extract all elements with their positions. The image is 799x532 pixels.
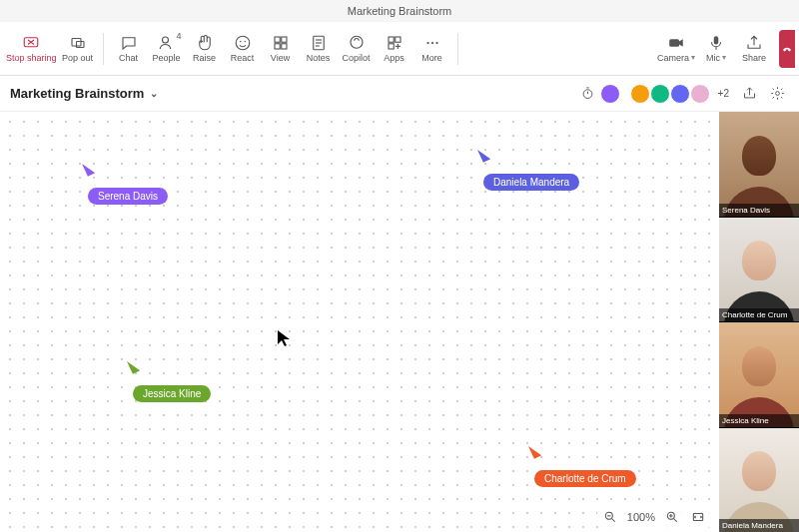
- svg-point-24: [435, 41, 437, 43]
- remote-cursor: Serena Davis: [82, 164, 168, 205]
- svg-point-30: [775, 92, 779, 96]
- zoom-out-button[interactable]: [601, 508, 619, 526]
- main-area: Serena Davis Daniela Mandera Jessica Kli…: [0, 112, 799, 532]
- svg-rect-19: [389, 43, 394, 48]
- pop-out-icon: [69, 34, 87, 52]
- mic-button[interactable]: Mic▾: [697, 26, 735, 72]
- zoom-level: 100%: [627, 511, 655, 523]
- copilot-icon: [348, 34, 366, 52]
- zoom-in-button[interactable]: [663, 508, 681, 526]
- presence-avatar[interactable]: [600, 84, 620, 104]
- whiteboard-canvas[interactable]: Serena Davis Daniela Mandera Jessica Kli…: [0, 112, 719, 532]
- remote-cursor: Daniela Mandera: [477, 150, 579, 191]
- stop-sharing-button[interactable]: Stop sharing: [4, 26, 59, 72]
- participant-video-tile[interactable]: Jessica Kline: [719, 322, 799, 427]
- cursor-arrow-icon: [477, 147, 490, 163]
- svg-point-5: [162, 37, 168, 43]
- chat-button[interactable]: Chat: [110, 26, 148, 72]
- more-icon: [423, 34, 441, 52]
- participant-name: Serena Davis: [719, 204, 799, 217]
- svg-line-35: [674, 519, 677, 522]
- share-label: Share: [742, 54, 766, 64]
- chevron-down-icon: ▾: [722, 53, 726, 62]
- timer-button[interactable]: [576, 82, 600, 106]
- svg-line-32: [612, 519, 615, 522]
- svg-point-7: [240, 40, 242, 42]
- presence-avatar[interactable]: [630, 84, 650, 104]
- react-button[interactable]: React: [224, 26, 262, 72]
- pop-out-label: Pop out: [62, 54, 93, 64]
- camera-icon: [667, 34, 685, 52]
- presence-avatar[interactable]: [650, 84, 670, 104]
- participant-name: Charlotte de Crum: [719, 308, 799, 321]
- participant-name: Daniela Mandera: [719, 519, 799, 532]
- raise-hand-label: Raise: [193, 54, 216, 64]
- raise-hand-button[interactable]: Raise: [186, 26, 224, 72]
- svg-point-6: [236, 36, 250, 50]
- cursor-label: Daniela Mandera: [483, 174, 579, 191]
- svg-point-8: [244, 40, 246, 42]
- raise-hand-icon: [196, 34, 214, 52]
- view-button[interactable]: View: [262, 26, 300, 72]
- participant-video-tile[interactable]: Serena Davis: [719, 112, 799, 217]
- copilot-button[interactable]: Copilot: [338, 26, 376, 72]
- people-count: 4: [177, 32, 182, 42]
- svg-rect-26: [714, 36, 719, 44]
- presence-avatar[interactable]: [690, 84, 710, 104]
- presence-avatar[interactable]: [670, 84, 690, 104]
- chat-icon: [120, 34, 138, 52]
- view-label: View: [271, 54, 290, 64]
- participant-video-tile[interactable]: Daniela Mandera: [719, 428, 799, 533]
- window-title: Marketing Brainstorm: [348, 5, 452, 17]
- zoom-controls: 100%: [597, 506, 711, 528]
- pop-out-button[interactable]: Pop out: [59, 26, 97, 72]
- local-cursor: [277, 329, 291, 350]
- notes-button[interactable]: Notes: [300, 26, 338, 72]
- apps-button[interactable]: Apps: [376, 26, 413, 72]
- cursor-label: Serena Davis: [88, 188, 168, 205]
- fit-screen-button[interactable]: [689, 508, 707, 526]
- people-button[interactable]: 4 People: [148, 26, 186, 72]
- svg-point-22: [426, 41, 428, 43]
- chevron-down-icon: ▾: [691, 53, 695, 62]
- window-title-bar: Marketing Brainstorm: [0, 0, 799, 22]
- participant-video-column: Serena Davis Charlotte de Crum Jessica K…: [719, 112, 799, 532]
- cursor-arrow-icon: [82, 161, 95, 177]
- svg-rect-9: [275, 37, 280, 42]
- toolbar-separator: [103, 33, 104, 65]
- mic-label: Mic: [706, 53, 720, 63]
- stop-sharing-icon: [22, 34, 40, 52]
- notes-label: Notes: [307, 54, 331, 64]
- participant-video-tile[interactable]: Charlotte de Crum: [719, 218, 799, 322]
- svg-rect-10: [281, 37, 286, 42]
- cursor-label: Jessica Kline: [133, 385, 211, 402]
- camera-label: Camera: [657, 53, 689, 63]
- participant-name: Jessica Kline: [719, 414, 799, 427]
- copilot-label: Copilot: [343, 54, 371, 64]
- toolbar-separator: [457, 33, 458, 65]
- apps-label: Apps: [384, 54, 404, 64]
- view-icon: [272, 34, 290, 52]
- svg-rect-25: [669, 39, 679, 47]
- share-board-button[interactable]: [737, 82, 761, 106]
- svg-rect-18: [395, 37, 400, 42]
- chat-label: Chat: [119, 54, 138, 64]
- share-button[interactable]: Share: [735, 26, 773, 72]
- meeting-toolbar: Stop sharing Pop out Chat 4 People: [0, 22, 799, 76]
- react-label: React: [231, 54, 255, 64]
- leave-call-button[interactable]: [779, 30, 795, 68]
- apps-icon: [386, 34, 403, 52]
- svg-point-23: [430, 41, 432, 43]
- board-title-dropdown[interactable]: Marketing Brainstorm ⌄: [10, 86, 158, 101]
- more-button[interactable]: More: [413, 26, 451, 72]
- svg-rect-12: [281, 43, 286, 48]
- svg-rect-11: [275, 43, 280, 48]
- camera-button[interactable]: Camera▾: [655, 26, 697, 72]
- overflow-count[interactable]: +2: [718, 88, 729, 99]
- svg-rect-4: [76, 41, 84, 47]
- cursor-label: Charlotte de Crum: [534, 470, 636, 487]
- settings-button[interactable]: [765, 82, 789, 106]
- share-icon: [745, 34, 763, 52]
- mic-icon: [707, 34, 725, 52]
- people-icon: 4: [158, 34, 176, 52]
